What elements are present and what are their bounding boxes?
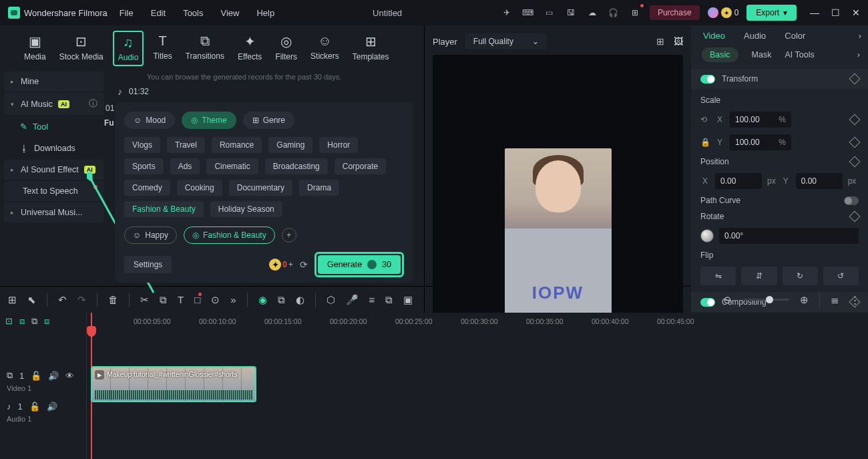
sidebar-universal[interactable]: ▸Universal Musi... <box>4 202 104 222</box>
menu-file[interactable]: File <box>120 8 134 18</box>
pos-x-input[interactable]: 0.00 <box>715 173 762 189</box>
tag-drama[interactable]: Drama <box>299 180 339 196</box>
subtab-mask[interactable]: Mask <box>752 50 772 59</box>
video-clip[interactable]: ▶ Makeup tutorial_#writteninGlossier#sho… <box>91 366 256 402</box>
window-close[interactable]: ✕ <box>852 7 860 18</box>
tag-documentary[interactable]: Documentary <box>229 180 292 196</box>
selected-mood[interactable]: ☺Happy <box>124 226 177 244</box>
lock-icon[interactable]: 🔓 <box>29 402 40 412</box>
tab-transitions[interactable]: ⧉Transitions <box>182 31 228 66</box>
tl-link-icon[interactable]: ⧈ <box>19 316 25 327</box>
sidebar-tts[interactable]: Text to Speech <box>4 181 104 201</box>
avatar-badge-icon[interactable] <box>708 7 718 18</box>
menu-edit[interactable]: Edit <box>151 8 166 18</box>
help-icon[interactable]: ⓘ <box>89 98 97 110</box>
prop-tab-color[interactable]: Color <box>785 31 805 41</box>
snapshot-icon[interactable]: 🖼 <box>674 36 683 47</box>
display-icon[interactable]: ▭ <box>543 6 556 19</box>
keyframe-icon[interactable] <box>849 114 861 126</box>
tab-effects[interactable]: ✦Effects <box>234 31 266 66</box>
sidebar-ai-music[interactable]: ▾AI MusicAIⓘ <box>4 93 104 115</box>
settings-button[interactable]: Settings <box>124 256 172 273</box>
tab-titles[interactable]: TTitles <box>149 31 176 66</box>
flip-h-button[interactable]: ⇋ <box>700 267 736 285</box>
rotate-cw-button[interactable]: ↻ <box>783 267 818 285</box>
mode-theme[interactable]: ◎Theme <box>182 112 236 129</box>
keyframe-icon[interactable] <box>849 156 861 168</box>
tag-comedy[interactable]: Comedy <box>124 180 170 196</box>
link-icon[interactable]: ⟲ <box>700 115 710 124</box>
tag-vlogs[interactable]: Vlogs <box>124 137 160 153</box>
cloud-icon[interactable]: ☁ <box>586 6 599 19</box>
video-track-icon[interactable]: ⧉ <box>7 370 13 381</box>
flip-v-button[interactable]: ⇵ <box>741 267 777 285</box>
tl-sync-icon[interactable]: ⧉ <box>31 316 37 327</box>
sidebar-mine[interactable]: ▸Mine <box>4 71 104 92</box>
menu-tools[interactable]: Tools <box>183 8 203 18</box>
sidebar-ai-sound[interactable]: ▸AI Sound EffectAI <box>4 160 104 180</box>
tab-templates[interactable]: ⊞Templates <box>349 31 393 66</box>
menu-view[interactable]: View <box>220 8 239 18</box>
keyboard-icon[interactable]: ⌨ <box>521 6 535 19</box>
tag-corporate[interactable]: Corporate <box>335 158 386 174</box>
mute-icon[interactable]: 🔊 <box>47 402 57 412</box>
lock-icon[interactable]: 🔓 <box>31 371 41 381</box>
tag-holiday[interactable]: Holiday Season <box>210 201 282 217</box>
tag-travel[interactable]: Travel <box>167 137 205 153</box>
credit-indicator[interactable]: ✦0+ <box>269 259 293 271</box>
purchase-button[interactable]: Purchase <box>650 5 700 20</box>
rotate-ccw-button[interactable]: ↺ <box>823 267 859 285</box>
menu-help[interactable]: Help <box>256 8 274 18</box>
chevron-right-icon[interactable]: › <box>859 31 861 41</box>
window-maximize[interactable]: ☐ <box>831 7 840 18</box>
keyframe-icon[interactable] <box>849 211 861 222</box>
prop-tab-audio[interactable]: Audio <box>744 31 766 41</box>
chevron-right-icon[interactable]: › <box>857 50 860 59</box>
refresh-icon[interactable]: ⟳ <box>300 259 308 270</box>
tag-fashion[interactable]: Fashion & Beauty <box>124 201 204 217</box>
mute-icon[interactable]: 🔊 <box>48 371 59 381</box>
lock-icon[interactable]: 🔒 <box>700 138 710 147</box>
marker-button[interactable]: □ <box>194 294 200 305</box>
tag-gaming[interactable]: Gaming <box>268 137 312 153</box>
save-icon[interactable]: 🖫 <box>564 6 578 19</box>
zoom-out-button[interactable]: ⊖ <box>723 294 732 306</box>
pos-y-input[interactable]: 0.00 <box>796 173 843 189</box>
send-icon[interactable]: ✈ <box>500 6 513 19</box>
grid-view-icon[interactable]: ⊞ <box>656 36 664 47</box>
subtab-basic[interactable]: Basic <box>702 47 738 62</box>
tag-broadcasting[interactable]: Broadcasting <box>265 158 328 174</box>
add-tag-button[interactable]: + <box>282 228 296 243</box>
audio-track-icon[interactable]: ♪ <box>7 402 11 412</box>
tab-media[interactable]: ▣Media <box>20 31 50 66</box>
keyframe-icon[interactable] <box>849 73 861 85</box>
rotate-input[interactable]: 0.00° <box>719 228 859 244</box>
quality-dropdown[interactable]: Full Quality⌄ <box>465 33 547 49</box>
sidebar-downloads[interactable]: ⭳Downloads <box>4 138 104 158</box>
tag-sports[interactable]: Sports <box>124 158 164 174</box>
mode-genre[interactable]: ⊞Genre <box>243 112 294 129</box>
tab-audio[interactable]: ♫Audio <box>113 31 144 66</box>
compositing-toggle[interactable] <box>700 298 715 307</box>
rotate-knob[interactable] <box>700 229 714 243</box>
transform-toggle[interactable] <box>700 75 715 84</box>
zoom-slider[interactable] <box>742 299 789 301</box>
tl-list-icon[interactable]: ≣ <box>831 294 839 306</box>
sidebar-tool[interactable]: ✎Tool <box>4 116 104 137</box>
export-button[interactable]: Export ▾ <box>746 5 797 21</box>
tag-romance[interactable]: Romance <box>212 137 262 153</box>
tag-cooking[interactable]: Cooking <box>177 180 222 196</box>
headphones-icon[interactable]: 🎧 <box>607 6 620 19</box>
zoom-in-button[interactable]: ⊕ <box>800 294 809 306</box>
tl-auto-icon[interactable]: ⧈ <box>44 316 49 327</box>
tag-cinematic[interactable]: Cinematic <box>206 158 258 174</box>
tab-stickers[interactable]: ☺Stickers <box>306 31 343 66</box>
scale-y-input[interactable]: 100.00% <box>730 134 791 150</box>
timeline-ruler[interactable]: 00:00:05:00 00:00:10:00 00:00:15:00 00:0… <box>87 313 868 331</box>
tab-filters[interactable]: ◎Filters <box>271 31 301 66</box>
selected-theme[interactable]: ◎Fashion & Beauty <box>184 226 275 244</box>
subtab-ai[interactable]: AI Tools <box>785 50 814 59</box>
prop-tab-video[interactable]: Video <box>703 31 725 41</box>
tag-ads[interactable]: Ads <box>170 158 200 174</box>
tl-magnet-icon[interactable]: ⊡ <box>5 316 13 327</box>
